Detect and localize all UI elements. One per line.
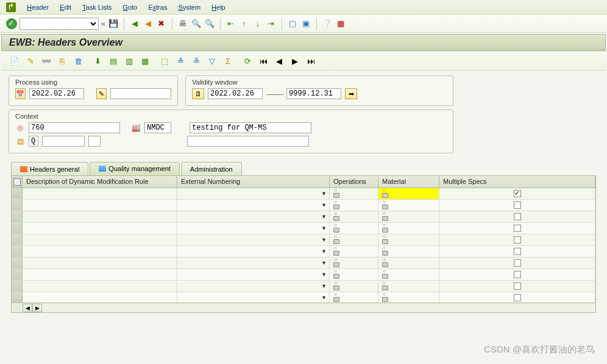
menu-extras[interactable]: Extras: [148, 4, 167, 11]
menu-edit[interactable]: Edit: [60, 4, 71, 11]
table-row[interactable]: ▼: [12, 269, 595, 281]
find-next-icon[interactable]: 🔍: [204, 18, 215, 29]
context-f3-input[interactable]: [88, 136, 101, 147]
checkbox[interactable]: [514, 259, 521, 267]
cell-multiple-specs[interactable]: [439, 257, 595, 268]
cell-dyn-mod-rule[interactable]: [23, 281, 177, 292]
nav-prev-icon[interactable]: ◀: [273, 56, 285, 67]
tab-headers-general[interactable]: Headers general: [11, 162, 88, 175]
table-row[interactable]: ▼: [12, 246, 595, 257]
cell-material[interactable]: [378, 200, 439, 211]
command-field[interactable]: [20, 18, 99, 30]
row-selector[interactable]: [12, 188, 23, 199]
cell-material[interactable]: [378, 246, 439, 257]
row-selector[interactable]: [12, 200, 23, 211]
export-icon[interactable]: ⬇: [91, 56, 104, 67]
next-page-icon[interactable]: ↓: [252, 18, 263, 29]
dropdown-icon[interactable]: ▼: [321, 248, 327, 254]
delete-icon[interactable]: 🗑: [72, 56, 84, 67]
cell-multiple-specs[interactable]: [439, 292, 595, 303]
col-operations[interactable]: Operations: [330, 176, 378, 187]
cell-operations[interactable]: [330, 246, 378, 257]
validity-from-input[interactable]: [208, 88, 263, 99]
cell-multiple-specs[interactable]: [439, 188, 595, 199]
refresh-icon[interactable]: ⟳: [241, 56, 254, 67]
tab-quality-management[interactable]: Quality management: [90, 162, 180, 175]
dropdown-icon[interactable]: ▼: [321, 214, 327, 220]
cancel-icon[interactable]: ✖: [156, 18, 167, 29]
cell-ext-numbering[interactable]: ▼: [177, 188, 330, 199]
table-row[interactable]: ▼: [12, 188, 595, 200]
row-selector[interactable]: [12, 269, 23, 280]
dropdown-icon[interactable]: ▼: [321, 271, 327, 278]
context-f2-input[interactable]: [42, 136, 85, 147]
cell-operations[interactable]: [330, 292, 378, 303]
table-row[interactable]: ▼: [12, 281, 595, 292]
table-row[interactable]: ▼: [12, 292, 595, 303]
row-selector[interactable]: [12, 281, 23, 292]
change-number-icon[interactable]: ✎: [96, 88, 107, 99]
dropdown-icon[interactable]: ▼: [321, 237, 327, 243]
date-pick-icon[interactable]: 📅: [15, 88, 26, 99]
col-dyn-mod-rule[interactable]: Description of Dynamic Modification Rule: [23, 176, 177, 187]
validity-to-input[interactable]: [286, 88, 341, 99]
cell-dyn-mod-rule[interactable]: [23, 292, 177, 303]
cell-dyn-mod-rule[interactable]: [23, 223, 177, 234]
help-icon[interactable]: ❔: [322, 18, 333, 29]
checkbox[interactable]: [514, 236, 521, 243]
tool3-icon[interactable]: ▦: [139, 56, 151, 67]
filter-icon[interactable]: ▽: [206, 56, 218, 67]
cell-material[interactable]: [378, 292, 439, 303]
scroll-right-btn[interactable]: ▶: [32, 304, 42, 312]
menu-header[interactable]: Header: [27, 4, 49, 11]
cell-material[interactable]: [378, 223, 439, 234]
cell-ext-numbering[interactable]: ▼: [177, 223, 330, 234]
exit-icon[interactable]: ◀: [143, 18, 154, 29]
dropdown-icon[interactable]: ▼: [321, 260, 327, 266]
cell-material[interactable]: [378, 188, 439, 199]
col-ext-numbering[interactable]: External Numbering: [177, 176, 330, 187]
menu-tasklists[interactable]: Task Lists: [82, 4, 112, 11]
cell-dyn-mod-rule[interactable]: [23, 269, 177, 280]
new-session-icon[interactable]: ▢: [287, 18, 298, 29]
cell-operations[interactable]: [330, 200, 378, 211]
cell-dyn-mod-rule[interactable]: [23, 257, 177, 268]
h-scrollbar[interactable]: ◀ ▶: [12, 303, 595, 312]
scroll-left-btn[interactable]: ◀: [23, 304, 32, 312]
back-icon[interactable]: ◀: [129, 18, 140, 29]
cell-material[interactable]: [378, 211, 439, 222]
sort-desc-icon[interactable]: ≚: [190, 56, 202, 67]
cell-dyn-mod-rule[interactable]: [23, 211, 177, 222]
validity-go-icon[interactable]: ➡: [345, 88, 357, 99]
cell-multiple-specs[interactable]: [439, 234, 595, 245]
checkbox[interactable]: [514, 225, 521, 232]
cell-multiple-specs[interactable]: [439, 211, 595, 222]
process-date-input[interactable]: [29, 88, 84, 99]
table-row[interactable]: ▼: [12, 223, 595, 234]
cell-ext-numbering[interactable]: ▼: [177, 281, 330, 292]
cell-ext-numbering[interactable]: ▼: [177, 292, 330, 303]
checkbox[interactable]: [514, 248, 521, 255]
sap-menu-icon[interactable]: [6, 2, 16, 12]
last-page-icon[interactable]: ⇥: [266, 18, 277, 29]
nav-first-icon[interactable]: ⏮: [257, 56, 269, 67]
cell-dyn-mod-rule[interactable]: [23, 234, 177, 245]
checkbox[interactable]: [514, 201, 521, 209]
cell-operations[interactable]: [330, 188, 378, 199]
nav-next-icon[interactable]: ▶: [289, 56, 301, 67]
cell-multiple-specs[interactable]: [439, 281, 595, 292]
table-row[interactable]: ▼: [12, 257, 595, 269]
cell-material[interactable]: [378, 234, 439, 245]
col-material[interactable]: Material: [378, 176, 439, 187]
checkbox[interactable]: [514, 282, 521, 290]
total-icon[interactable]: Σ: [222, 56, 234, 67]
select-all-cell[interactable]: [12, 176, 23, 187]
checkbox[interactable]: [514, 190, 521, 197]
cell-operations[interactable]: [330, 257, 378, 268]
copy-icon[interactable]: ⎘: [56, 56, 68, 67]
table-row[interactable]: ▼: [12, 200, 595, 211]
cell-ext-numbering[interactable]: ▼: [177, 269, 330, 280]
tool2-icon[interactable]: ▥: [123, 56, 135, 67]
sort-asc-icon[interactable]: ≙: [174, 56, 186, 67]
glasses-icon[interactable]: 👓: [40, 56, 52, 67]
